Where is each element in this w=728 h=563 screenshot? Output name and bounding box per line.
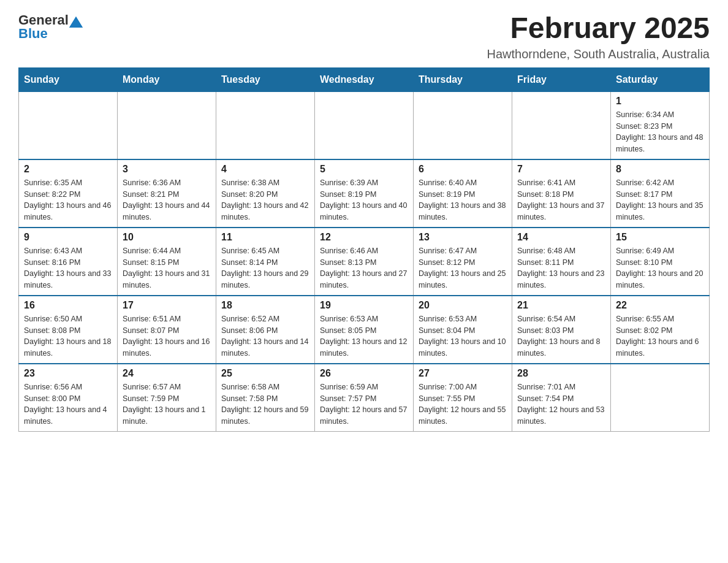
day-info: Sunrise: 6:58 AMSunset: 7:58 PMDaylight:… bbox=[221, 381, 309, 427]
day-info: Sunrise: 6:40 AMSunset: 8:19 PMDaylight:… bbox=[419, 177, 507, 223]
day-info: Sunrise: 6:43 AMSunset: 8:16 PMDaylight:… bbox=[24, 245, 112, 291]
day-number: 2 bbox=[24, 164, 112, 175]
day-info: Sunrise: 6:50 AMSunset: 8:08 PMDaylight:… bbox=[24, 313, 112, 359]
day-number: 25 bbox=[221, 368, 309, 379]
weekday-header-monday: Monday bbox=[118, 67, 216, 91]
day-info: Sunrise: 6:45 AMSunset: 8:14 PMDaylight:… bbox=[221, 245, 309, 291]
calendar-cell: 22Sunrise: 6:55 AMSunset: 8:02 PMDayligh… bbox=[611, 296, 710, 364]
calendar-cell: 13Sunrise: 6:47 AMSunset: 8:12 PMDayligh… bbox=[414, 228, 512, 296]
week-row-5: 23Sunrise: 6:56 AMSunset: 8:00 PMDayligh… bbox=[19, 364, 710, 432]
day-number: 19 bbox=[320, 300, 408, 311]
day-number: 4 bbox=[221, 164, 309, 175]
calendar-cell: 25Sunrise: 6:58 AMSunset: 7:58 PMDayligh… bbox=[216, 364, 315, 432]
calendar-cell bbox=[19, 91, 118, 159]
day-number: 24 bbox=[123, 368, 211, 379]
day-info: Sunrise: 6:53 AMSunset: 8:05 PMDaylight:… bbox=[320, 313, 408, 359]
calendar-cell bbox=[315, 91, 414, 159]
calendar-cell: 27Sunrise: 7:00 AMSunset: 7:55 PMDayligh… bbox=[414, 364, 512, 432]
day-info: Sunrise: 7:00 AMSunset: 7:55 PMDaylight:… bbox=[419, 381, 507, 427]
day-info: Sunrise: 6:53 AMSunset: 8:04 PMDaylight:… bbox=[419, 313, 507, 359]
calendar-subtitle: Hawthorndene, South Australia, Australia bbox=[487, 47, 710, 61]
logo-triangle-icon bbox=[69, 14, 83, 28]
calendar-cell: 11Sunrise: 6:45 AMSunset: 8:14 PMDayligh… bbox=[216, 228, 315, 296]
day-info: Sunrise: 6:41 AMSunset: 8:18 PMDaylight:… bbox=[517, 177, 605, 223]
calendar-cell: 16Sunrise: 6:50 AMSunset: 8:08 PMDayligh… bbox=[19, 296, 118, 364]
week-row-3: 9Sunrise: 6:43 AMSunset: 8:16 PMDaylight… bbox=[19, 228, 710, 296]
calendar-cell: 10Sunrise: 6:44 AMSunset: 8:15 PMDayligh… bbox=[118, 228, 216, 296]
day-number: 17 bbox=[123, 300, 211, 311]
calendar-cell: 23Sunrise: 6:56 AMSunset: 8:00 PMDayligh… bbox=[19, 364, 118, 432]
logo: General Blue bbox=[18, 12, 83, 42]
day-info: Sunrise: 6:46 AMSunset: 8:13 PMDaylight:… bbox=[320, 245, 408, 291]
calendar-cell: 8Sunrise: 6:42 AMSunset: 8:17 PMDaylight… bbox=[611, 159, 710, 228]
calendar-cell: 19Sunrise: 6:53 AMSunset: 8:05 PMDayligh… bbox=[315, 296, 414, 364]
calendar-cell: 1Sunrise: 6:34 AMSunset: 8:23 PMDaylight… bbox=[611, 91, 710, 159]
weekday-header-wednesday: Wednesday bbox=[315, 67, 414, 91]
calendar-cell: 2Sunrise: 6:35 AMSunset: 8:22 PMDaylight… bbox=[19, 159, 118, 228]
calendar-cell: 9Sunrise: 6:43 AMSunset: 8:16 PMDaylight… bbox=[19, 228, 118, 296]
weekday-header-tuesday: Tuesday bbox=[216, 67, 315, 91]
day-number: 27 bbox=[419, 368, 507, 379]
weekday-header-sunday: Sunday bbox=[19, 67, 118, 91]
day-number: 6 bbox=[419, 164, 507, 175]
day-number: 12 bbox=[320, 232, 408, 243]
day-info: Sunrise: 6:49 AMSunset: 8:10 PMDaylight:… bbox=[616, 245, 704, 291]
calendar-cell: 26Sunrise: 6:59 AMSunset: 7:57 PMDayligh… bbox=[315, 364, 414, 432]
svg-marker-1 bbox=[69, 17, 83, 28]
day-info: Sunrise: 6:39 AMSunset: 8:19 PMDaylight:… bbox=[320, 177, 408, 223]
day-number: 8 bbox=[616, 164, 704, 175]
day-info: Sunrise: 6:34 AMSunset: 8:23 PMDaylight:… bbox=[616, 109, 704, 155]
calendar-cell: 5Sunrise: 6:39 AMSunset: 8:19 PMDaylight… bbox=[315, 159, 414, 228]
calendar-cell: 4Sunrise: 6:38 AMSunset: 8:20 PMDaylight… bbox=[216, 159, 315, 228]
calendar-title: February 2025 bbox=[487, 12, 710, 45]
day-info: Sunrise: 6:48 AMSunset: 8:11 PMDaylight:… bbox=[517, 245, 605, 291]
day-info: Sunrise: 6:56 AMSunset: 8:00 PMDaylight:… bbox=[24, 381, 112, 427]
day-info: Sunrise: 6:55 AMSunset: 8:02 PMDaylight:… bbox=[616, 313, 704, 359]
day-number: 18 bbox=[221, 300, 309, 311]
day-number: 16 bbox=[24, 300, 112, 311]
day-number: 11 bbox=[221, 232, 309, 243]
day-info: Sunrise: 6:38 AMSunset: 8:20 PMDaylight:… bbox=[221, 177, 309, 223]
title-block: February 2025 Hawthorndene, South Austra… bbox=[487, 12, 710, 61]
calendar-cell: 28Sunrise: 7:01 AMSunset: 7:54 PMDayligh… bbox=[512, 364, 611, 432]
logo-blue-text: Blue bbox=[18, 26, 48, 41]
calendar-cell: 7Sunrise: 6:41 AMSunset: 8:18 PMDaylight… bbox=[512, 159, 611, 228]
calendar-cell: 21Sunrise: 6:54 AMSunset: 8:03 PMDayligh… bbox=[512, 296, 611, 364]
week-row-4: 16Sunrise: 6:50 AMSunset: 8:08 PMDayligh… bbox=[19, 296, 710, 364]
day-number: 3 bbox=[123, 164, 211, 175]
calendar-cell: 20Sunrise: 6:53 AMSunset: 8:04 PMDayligh… bbox=[414, 296, 512, 364]
calendar-cell: 17Sunrise: 6:51 AMSunset: 8:07 PMDayligh… bbox=[118, 296, 216, 364]
calendar-cell bbox=[611, 364, 710, 432]
day-info: Sunrise: 6:52 AMSunset: 8:06 PMDaylight:… bbox=[221, 313, 309, 359]
day-number: 10 bbox=[123, 232, 211, 243]
day-info: Sunrise: 7:01 AMSunset: 7:54 PMDaylight:… bbox=[517, 381, 605, 427]
weekday-header-thursday: Thursday bbox=[414, 67, 512, 91]
day-number: 23 bbox=[24, 368, 112, 379]
day-number: 13 bbox=[419, 232, 507, 243]
calendar-cell: 15Sunrise: 6:49 AMSunset: 8:10 PMDayligh… bbox=[611, 228, 710, 296]
weekday-header-saturday: Saturday bbox=[611, 67, 710, 91]
calendar-cell: 6Sunrise: 6:40 AMSunset: 8:19 PMDaylight… bbox=[414, 159, 512, 228]
calendar-cell: 3Sunrise: 6:36 AMSunset: 8:21 PMDaylight… bbox=[118, 159, 216, 228]
day-number: 22 bbox=[616, 300, 704, 311]
day-info: Sunrise: 6:51 AMSunset: 8:07 PMDaylight:… bbox=[123, 313, 211, 359]
logo-wordmark: General Blue bbox=[18, 12, 83, 42]
day-info: Sunrise: 6:57 AMSunset: 7:59 PMDaylight:… bbox=[123, 381, 211, 427]
day-info: Sunrise: 6:54 AMSunset: 8:03 PMDaylight:… bbox=[517, 313, 605, 359]
calendar-table: SundayMondayTuesdayWednesdayThursdayFrid… bbox=[18, 67, 710, 432]
day-number: 14 bbox=[517, 232, 605, 243]
day-info: Sunrise: 6:36 AMSunset: 8:21 PMDaylight:… bbox=[123, 177, 211, 223]
day-info: Sunrise: 6:47 AMSunset: 8:12 PMDaylight:… bbox=[419, 245, 507, 291]
calendar-cell: 14Sunrise: 6:48 AMSunset: 8:11 PMDayligh… bbox=[512, 228, 611, 296]
day-info: Sunrise: 6:42 AMSunset: 8:17 PMDaylight:… bbox=[616, 177, 704, 223]
calendar-cell bbox=[414, 91, 512, 159]
week-row-2: 2Sunrise: 6:35 AMSunset: 8:22 PMDaylight… bbox=[19, 159, 710, 228]
calendar-cell bbox=[512, 91, 611, 159]
calendar-cell bbox=[216, 91, 315, 159]
calendar-cell: 24Sunrise: 6:57 AMSunset: 7:59 PMDayligh… bbox=[118, 364, 216, 432]
day-number: 7 bbox=[517, 164, 605, 175]
day-number: 20 bbox=[419, 300, 507, 311]
day-number: 5 bbox=[320, 164, 408, 175]
day-number: 21 bbox=[517, 300, 605, 311]
day-info: Sunrise: 6:44 AMSunset: 8:15 PMDaylight:… bbox=[123, 245, 211, 291]
